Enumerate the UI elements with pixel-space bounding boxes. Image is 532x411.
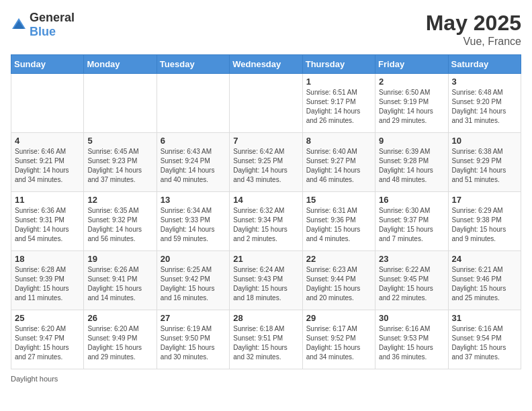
day-number: 6: [161, 136, 226, 146]
day-number: 5: [87, 136, 152, 146]
calendar-cell: 25Sunrise: 6:20 AMSunset: 9:47 PMDayligh…: [11, 310, 84, 369]
day-number: 2: [379, 77, 444, 87]
day-info: Sunrise: 6:21 AMSunset: 9:46 PMDaylight:…: [452, 265, 517, 303]
calendar-cell: 13Sunrise: 6:34 AMSunset: 9:33 PMDayligh…: [157, 192, 229, 251]
calendar-cell: 9Sunrise: 6:39 AMSunset: 9:28 PMDaylight…: [375, 133, 448, 192]
day-number: 3: [452, 77, 517, 87]
calendar-cell: [11, 74, 84, 133]
calendar-cell: 19Sunrise: 6:26 AMSunset: 9:41 PMDayligh…: [84, 251, 157, 310]
day-info: Sunrise: 6:38 AMSunset: 9:29 PMDaylight:…: [452, 147, 517, 185]
calendar-cell: 26Sunrise: 6:20 AMSunset: 9:49 PMDayligh…: [84, 310, 157, 369]
day-number: 23: [379, 254, 444, 264]
day-info: Sunrise: 6:28 AMSunset: 9:39 PMDaylight:…: [15, 265, 80, 303]
day-number: 4: [15, 136, 80, 146]
weekday-header-monday: Monday: [84, 55, 157, 74]
day-number: 29: [306, 313, 371, 323]
calendar-cell: 5Sunrise: 6:45 AMSunset: 9:23 PMDaylight…: [84, 133, 157, 192]
day-number: 20: [161, 254, 226, 264]
weekday-header-row: SundayMondayTuesdayWednesdayThursdayFrid…: [11, 55, 521, 74]
day-info: Sunrise: 6:30 AMSunset: 9:37 PMDaylight:…: [379, 206, 444, 244]
week-row-4: 18Sunrise: 6:28 AMSunset: 9:39 PMDayligh…: [11, 251, 521, 310]
page-header: General Blue May 2025 Vue, France: [11, 11, 521, 48]
day-info: Sunrise: 6:16 AMSunset: 9:54 PMDaylight:…: [452, 324, 517, 362]
day-number: 13: [161, 195, 226, 205]
daylight-note-text: Daylight hours: [11, 375, 58, 383]
day-info: Sunrise: 6:51 AMSunset: 9:17 PMDaylight:…: [306, 88, 371, 126]
day-info: Sunrise: 6:23 AMSunset: 9:44 PMDaylight:…: [306, 265, 371, 303]
calendar-cell: 7Sunrise: 6:42 AMSunset: 9:25 PMDaylight…: [230, 133, 302, 192]
day-number: 27: [161, 313, 226, 323]
calendar-cell: 28Sunrise: 6:18 AMSunset: 9:51 PMDayligh…: [230, 310, 302, 369]
logo: General Blue: [11, 11, 75, 39]
title-block: May 2025 Vue, France: [426, 11, 521, 48]
calendar-cell: [84, 74, 157, 133]
day-number: 9: [379, 136, 444, 146]
location-text: Vue, France: [426, 36, 521, 48]
day-number: 8: [306, 136, 371, 146]
calendar-cell: 10Sunrise: 6:38 AMSunset: 9:29 PMDayligh…: [448, 133, 521, 192]
day-number: 10: [452, 136, 517, 146]
calendar-table: SundayMondayTuesdayWednesdayThursdayFrid…: [11, 54, 521, 369]
calendar-cell: 17Sunrise: 6:29 AMSunset: 9:38 PMDayligh…: [448, 192, 521, 251]
calendar-cell: 20Sunrise: 6:25 AMSunset: 9:42 PMDayligh…: [157, 251, 229, 310]
day-info: Sunrise: 6:20 AMSunset: 9:47 PMDaylight:…: [15, 324, 80, 362]
day-number: 31: [452, 313, 517, 323]
day-number: 26: [87, 313, 152, 323]
weekday-header-tuesday: Tuesday: [157, 55, 229, 74]
day-info: Sunrise: 6:17 AMSunset: 9:52 PMDaylight:…: [306, 324, 371, 362]
calendar-cell: 16Sunrise: 6:30 AMSunset: 9:37 PMDayligh…: [375, 192, 448, 251]
footer-note: Daylight hours: [11, 375, 521, 383]
day-info: Sunrise: 6:22 AMSunset: 9:45 PMDaylight:…: [379, 265, 444, 303]
day-info: Sunrise: 6:16 AMSunset: 9:53 PMDaylight:…: [379, 324, 444, 362]
calendar-cell: 3Sunrise: 6:48 AMSunset: 9:20 PMDaylight…: [448, 74, 521, 133]
day-number: 11: [15, 195, 80, 205]
day-info: Sunrise: 6:18 AMSunset: 9:51 PMDaylight:…: [233, 324, 298, 362]
day-info: Sunrise: 6:35 AMSunset: 9:32 PMDaylight:…: [87, 206, 152, 244]
day-info: Sunrise: 6:50 AMSunset: 9:19 PMDaylight:…: [379, 88, 444, 126]
day-info: Sunrise: 6:26 AMSunset: 9:41 PMDaylight:…: [87, 265, 152, 303]
day-info: Sunrise: 6:25 AMSunset: 9:42 PMDaylight:…: [161, 265, 226, 303]
day-info: Sunrise: 6:20 AMSunset: 9:49 PMDaylight:…: [87, 324, 152, 362]
logo-blue-text: Blue: [30, 25, 56, 38]
day-info: Sunrise: 6:39 AMSunset: 9:28 PMDaylight:…: [379, 147, 444, 185]
day-number: 14: [233, 195, 298, 205]
day-info: Sunrise: 6:42 AMSunset: 9:25 PMDaylight:…: [233, 147, 298, 185]
calendar-cell: [230, 74, 302, 133]
day-info: Sunrise: 6:24 AMSunset: 9:43 PMDaylight:…: [233, 265, 298, 303]
weekday-header-wednesday: Wednesday: [230, 55, 302, 74]
calendar-cell: 2Sunrise: 6:50 AMSunset: 9:19 PMDaylight…: [375, 74, 448, 133]
day-number: 7: [233, 136, 298, 146]
week-row-1: 1Sunrise: 6:51 AMSunset: 9:17 PMDaylight…: [11, 74, 521, 133]
calendar-cell: [157, 74, 229, 133]
calendar-cell: 31Sunrise: 6:16 AMSunset: 9:54 PMDayligh…: [448, 310, 521, 369]
calendar-cell: 22Sunrise: 6:23 AMSunset: 9:44 PMDayligh…: [302, 251, 375, 310]
calendar-cell: 24Sunrise: 6:21 AMSunset: 9:46 PMDayligh…: [448, 251, 521, 310]
calendar-cell: 23Sunrise: 6:22 AMSunset: 9:45 PMDayligh…: [375, 251, 448, 310]
calendar-cell: 21Sunrise: 6:24 AMSunset: 9:43 PMDayligh…: [230, 251, 302, 310]
calendar-cell: 12Sunrise: 6:35 AMSunset: 9:32 PMDayligh…: [84, 192, 157, 251]
day-info: Sunrise: 6:40 AMSunset: 9:27 PMDaylight:…: [306, 147, 371, 185]
day-info: Sunrise: 6:43 AMSunset: 9:24 PMDaylight:…: [161, 147, 226, 185]
weekday-header-saturday: Saturday: [448, 55, 521, 74]
calendar-cell: 14Sunrise: 6:32 AMSunset: 9:34 PMDayligh…: [230, 192, 302, 251]
day-info: Sunrise: 6:46 AMSunset: 9:21 PMDaylight:…: [15, 147, 80, 185]
calendar-cell: 15Sunrise: 6:31 AMSunset: 9:36 PMDayligh…: [302, 192, 375, 251]
calendar-cell: 27Sunrise: 6:19 AMSunset: 9:50 PMDayligh…: [157, 310, 229, 369]
day-number: 21: [233, 254, 298, 264]
logo-general-text: General: [30, 11, 75, 24]
calendar-cell: 6Sunrise: 6:43 AMSunset: 9:24 PMDaylight…: [157, 133, 229, 192]
day-info: Sunrise: 6:34 AMSunset: 9:33 PMDaylight:…: [161, 206, 226, 244]
day-number: 22: [306, 254, 371, 264]
weekday-header-sunday: Sunday: [11, 55, 84, 74]
calendar-cell: 29Sunrise: 6:17 AMSunset: 9:52 PMDayligh…: [302, 310, 375, 369]
day-number: 24: [452, 254, 517, 264]
day-info: Sunrise: 6:48 AMSunset: 9:20 PMDaylight:…: [452, 88, 517, 126]
day-number: 1: [306, 77, 371, 87]
day-info: Sunrise: 6:19 AMSunset: 9:50 PMDaylight:…: [161, 324, 226, 362]
week-row-3: 11Sunrise: 6:36 AMSunset: 9:31 PMDayligh…: [11, 192, 521, 251]
calendar-cell: 30Sunrise: 6:16 AMSunset: 9:53 PMDayligh…: [375, 310, 448, 369]
day-number: 28: [233, 313, 298, 323]
week-row-5: 25Sunrise: 6:20 AMSunset: 9:47 PMDayligh…: [11, 310, 521, 369]
logo-icon: [11, 17, 27, 33]
day-number: 12: [87, 195, 152, 205]
